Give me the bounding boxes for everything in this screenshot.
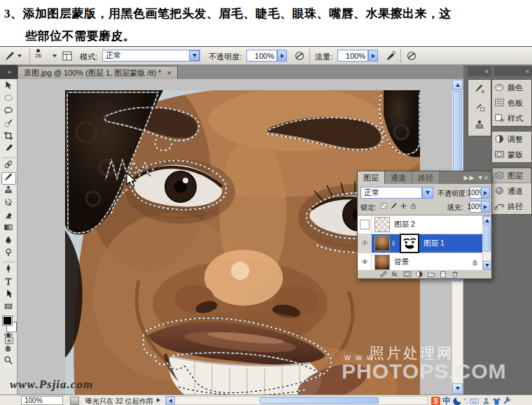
dodge-tool[interactable] (1, 248, 16, 260)
path-selection-tool[interactable] (1, 289, 16, 301)
layer-list-scrollbar[interactable] (482, 215, 491, 270)
zoom-level-input[interactable]: 100% (21, 396, 63, 405)
scroll-up-button[interactable] (452, 80, 463, 90)
blur-tool[interactable] (1, 235, 16, 248)
link-layers-button[interactable] (377, 270, 389, 278)
scroll-down-button[interactable] (483, 261, 491, 269)
paths-panel-button[interactable]: 路径 (492, 199, 531, 214)
eyedropper-tool[interactable] (1, 143, 16, 156)
zoom-tool[interactable] (1, 355, 16, 368)
flow-input[interactable]: 100% (337, 50, 368, 62)
flow-spinner-button[interactable] (368, 50, 378, 62)
clone-source-panel-button[interactable] (471, 118, 488, 134)
lock-transparency-icon[interactable] (380, 202, 388, 211)
layer-row-background[interactable]: 背景 (358, 253, 491, 270)
shape-tool[interactable] (1, 301, 16, 314)
gradient-tool[interactable] (1, 222, 16, 235)
ime-punctuation-toggle[interactable]: °, (463, 397, 468, 404)
dock-collapse-left[interactable]: « (468, 66, 491, 76)
layer-row-1-selected[interactable]: 图层 1 (358, 234, 491, 253)
panel-menu-icon[interactable]: ▶▶ ▼≡ (463, 171, 491, 184)
visibility-toggle[interactable] (358, 253, 372, 270)
crop-tool[interactable] (1, 131, 16, 143)
opacity-spinner-button[interactable] (481, 187, 490, 199)
layer-thumbnail[interactable] (374, 255, 390, 270)
lasso-tool[interactable] (1, 106, 16, 118)
layer-style-button[interactable]: fx. (389, 270, 401, 278)
tab-channels[interactable]: 通道 (385, 171, 412, 184)
layer-thumbnail[interactable] (374, 236, 390, 251)
person-icon[interactable] (482, 397, 490, 405)
history-brush-tool[interactable] (1, 197, 16, 210)
scroll-left-button[interactable] (166, 397, 175, 404)
scroll-down-button[interactable] (452, 383, 463, 394)
opacity-input[interactable]: 100% (246, 50, 277, 62)
fill-spinner-button[interactable] (481, 201, 490, 213)
foreground-color-swatch[interactable] (2, 315, 13, 326)
clone-stamp-tool[interactable] (1, 185, 16, 197)
new-adjustment-layer-button[interactable] (413, 270, 425, 278)
visibility-toggle[interactable] (358, 234, 372, 253)
airbrush-toggle-button[interactable] (385, 49, 396, 63)
add-layer-mask-button[interactable] (401, 270, 413, 278)
dock-collapse-right[interactable]: « (494, 66, 532, 76)
combo-arrow-button[interactable] (422, 187, 433, 199)
adjustments-panel-button[interactable]: 调整 (492, 132, 531, 147)
brushes-panel-button[interactable] (471, 81, 488, 98)
ime-language-toggle[interactable]: 中 (442, 395, 451, 405)
new-layer-button[interactable] (437, 270, 449, 278)
quick-mask-button[interactable] (3, 336, 15, 348)
layer-mask-thumbnail[interactable] (400, 234, 419, 253)
move-tool[interactable] (1, 80, 16, 93)
masks-panel-button[interactable]: 蒙版 (492, 147, 531, 162)
new-group-button[interactable] (425, 270, 437, 278)
eraser-tool[interactable] (1, 210, 16, 222)
lock-all-icon[interactable] (410, 202, 417, 211)
lock-paint-icon[interactable] (390, 202, 398, 211)
scrollbar-thumb[interactable] (484, 225, 491, 252)
type-tool[interactable] (1, 276, 16, 289)
sogou-logo-icon[interactable]: S (431, 397, 440, 405)
wrench-settings-icon[interactable] (503, 397, 511, 405)
blend-mode-select[interactable]: 正常 (102, 50, 200, 62)
shirt-skin-icon[interactable] (492, 397, 500, 405)
status-options-icon[interactable] (70, 397, 79, 405)
brush-preset-arrow[interactable] (50, 49, 57, 63)
tab-layers[interactable]: 图层 (358, 171, 385, 184)
tool-presets-panel-button[interactable] (471, 99, 488, 116)
moon-icon[interactable] (453, 397, 461, 405)
layer-name[interactable]: 背景 (394, 257, 409, 267)
layer-thumbnail[interactable] (374, 217, 390, 232)
status-arrow-button[interactable] (157, 398, 160, 402)
swatches-panel-button[interactable]: 色板 (492, 95, 531, 111)
tablet-opacity-button[interactable] (294, 49, 305, 63)
quick-selection-tool[interactable] (1, 118, 16, 131)
brush-preset-picker[interactable]: 26 (35, 48, 41, 63)
close-icon[interactable]: × (167, 69, 171, 77)
pen-tool[interactable] (1, 264, 16, 276)
toolbox-collapse-button[interactable]: » (0, 65, 18, 79)
layer-name[interactable]: 图层 2 (394, 220, 415, 229)
tablet-size-button[interactable] (406, 49, 417, 63)
visibility-toggle[interactable] (358, 215, 372, 234)
marquee-tool[interactable] (1, 93, 16, 106)
brush-tool-active[interactable] (1, 172, 16, 185)
opacity-spinner-button[interactable] (277, 50, 287, 62)
styles-panel-button[interactable]: fx样式 (492, 111, 531, 126)
keyboard-icon[interactable] (470, 397, 479, 405)
layer-row-2[interactable]: 图层 2 (358, 215, 491, 234)
document-tab[interactable]: 原图.jpg @ 100% (图层 1, 图层蒙版 /8) * × (18, 66, 178, 79)
channels-panel-button[interactable]: 通道 (492, 183, 531, 199)
horizontal-scrollbar[interactable] (165, 396, 428, 405)
toggle-brush-panel-button[interactable] (62, 49, 73, 63)
lock-position-icon[interactable] (400, 202, 407, 211)
delete-layer-button[interactable] (449, 270, 461, 278)
layer-name[interactable]: 图层 1 (424, 239, 444, 248)
scrollbar-thumb[interactable] (260, 397, 379, 404)
brush-tool-button[interactable] (4, 49, 22, 63)
layers-panel-button[interactable]: 图层 (492, 168, 531, 183)
combo-arrow-button[interactable] (189, 50, 200, 61)
tab-paths[interactable]: 路径 (412, 171, 440, 184)
layer-blend-mode-select[interactable]: 正常 (360, 187, 422, 199)
color-panel-button[interactable]: 颜色 (492, 80, 531, 95)
